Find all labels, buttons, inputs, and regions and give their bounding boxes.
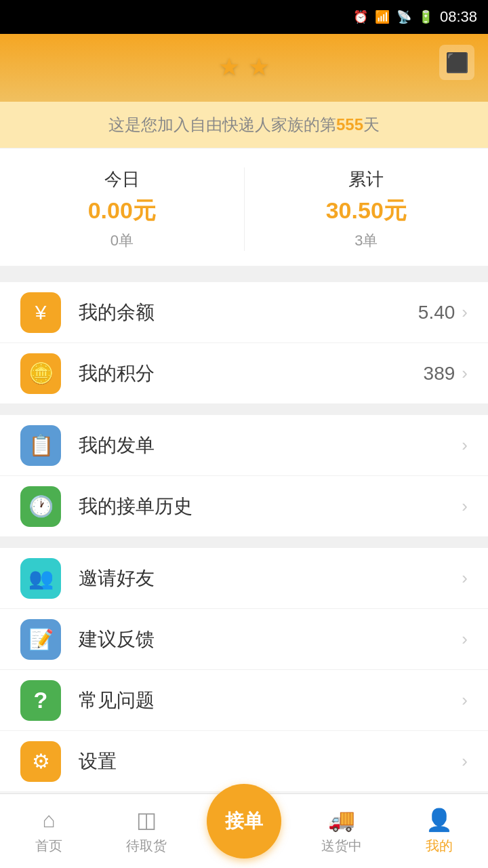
- signal-icon: 📡: [396, 9, 411, 24]
- menu-group-1: ¥ 我的余额 5.40 › 🪙 我的积分 389 ›: [0, 282, 488, 404]
- faq-icon: ?: [34, 687, 48, 713]
- today-label: 今日: [104, 167, 140, 191]
- deliver-icon: 🚚: [328, 807, 355, 833]
- nav-item-deliver[interactable]: 🚚 送货中: [293, 794, 390, 868]
- stat-total: 累计 30.50元 3单: [244, 167, 489, 251]
- banner-suffix: 天: [363, 115, 380, 134]
- orders-icon: 📋: [28, 433, 54, 457]
- points-chevron: ›: [462, 363, 468, 384]
- menu-item-points[interactable]: 🪙 我的积分 389 ›: [0, 343, 488, 404]
- wifi-icon: 📶: [375, 9, 390, 24]
- stat-today: 今日 0.00元 0单: [0, 167, 244, 251]
- bottom-nav: ⌂ 首页 ◫ 待取货 接单 🚚 送货中 👤 我的: [0, 793, 488, 868]
- history-chevron: ›: [462, 496, 468, 517]
- points-value: 389: [424, 363, 455, 384]
- menu-group-2: 📋 我的发单 › 🕐 我的接单历史 ›: [0, 415, 488, 537]
- balance-chevron: ›: [462, 302, 468, 323]
- menu-item-faq[interactable]: ? 常见问题 ›: [0, 670, 488, 731]
- star-1: ★: [218, 53, 240, 81]
- settings-icon: ⚙: [32, 749, 50, 773]
- header: ★ ★ ⬛: [0, 34, 488, 102]
- menu-item-feedback[interactable]: 📝 建议反馈 ›: [0, 609, 488, 670]
- orders-chevron: ›: [462, 435, 468, 456]
- points-label: 我的积分: [79, 361, 424, 387]
- star-2: ★: [248, 53, 270, 81]
- today-amount: 0.00元: [88, 195, 156, 226]
- battery-icon: 🔋: [418, 9, 433, 24]
- home-icon: ⌂: [42, 808, 55, 833]
- stats-row: 今日 0.00元 0单 累计 30.50元 3单: [0, 149, 488, 271]
- home-label: 首页: [35, 837, 62, 855]
- invite-icon: 👥: [28, 566, 54, 590]
- balance-icon: ¥: [35, 301, 47, 324]
- deliver-label: 送货中: [321, 837, 362, 855]
- accept-label: 接单: [225, 808, 263, 834]
- feedback-icon: 📝: [28, 627, 54, 651]
- menu-item-invite[interactable]: 👥 邀请好友 ›: [0, 548, 488, 609]
- mine-icon: 👤: [426, 807, 453, 833]
- divider-1: [0, 271, 488, 282]
- history-icon-wrap: 🕐: [20, 486, 61, 527]
- nav-item-pickup[interactable]: ◫ 待取货: [98, 794, 195, 868]
- total-count: 3单: [354, 231, 378, 251]
- feedback-chevron: ›: [462, 629, 468, 650]
- menu-item-orders[interactable]: 📋 我的发单 ›: [0, 415, 488, 476]
- qr-button[interactable]: ⬛: [439, 45, 474, 80]
- history-label: 我的接单历史: [79, 494, 462, 519]
- total-amount: 30.50元: [326, 195, 407, 226]
- menu-item-balance[interactable]: ¥ 我的余额 5.40 ›: [0, 282, 488, 343]
- invite-label: 邀请好友: [79, 566, 462, 591]
- pickup-icon: ◫: [136, 807, 157, 833]
- member-banner: 这是您加入自由快递人家族的第555天: [0, 102, 488, 149]
- faq-chevron: ›: [462, 690, 468, 711]
- divider-2: [0, 404, 488, 415]
- orders-label: 我的发单: [79, 433, 462, 458]
- mine-label: 我的: [426, 837, 453, 855]
- status-bar: ⏰ 📶 📡 🔋 08:38: [0, 0, 488, 34]
- menu-item-settings[interactable]: ⚙ 设置 ›: [0, 731, 488, 792]
- balance-label: 我的余额: [79, 300, 418, 326]
- alarm-icon: ⏰: [353, 9, 368, 24]
- feedback-icon-wrap: 📝: [20, 619, 61, 660]
- total-label: 累计: [348, 167, 384, 191]
- pickup-label: 待取货: [126, 837, 167, 855]
- qr-icon: ⬛: [445, 52, 469, 74]
- invite-icon-wrap: 👥: [20, 558, 61, 599]
- stars-row: ★ ★: [218, 53, 270, 81]
- points-icon: 🪙: [28, 361, 54, 385]
- nav-item-home[interactable]: ⌂ 首页: [0, 794, 98, 868]
- invite-chevron: ›: [462, 568, 468, 589]
- balance-icon-wrap: ¥: [20, 292, 61, 333]
- points-icon-wrap: 🪙: [20, 353, 61, 394]
- settings-label: 设置: [79, 749, 462, 774]
- nav-item-mine[interactable]: 👤 我的: [390, 794, 488, 868]
- faq-icon-wrap: ?: [20, 680, 61, 721]
- orders-icon-wrap: 📋: [20, 425, 61, 466]
- settings-chevron: ›: [462, 751, 468, 772]
- today-count: 0单: [110, 231, 134, 251]
- banner-prefix: 这是您加入自由快递人家族的第: [108, 115, 336, 134]
- menu-group-3: 👥 邀请好友 › 📝 建议反馈 › ? 常见问题 › ⚙ 设置 ›: [0, 548, 488, 792]
- menu-item-history[interactable]: 🕐 我的接单历史 ›: [0, 476, 488, 537]
- feedback-label: 建议反馈: [79, 627, 462, 652]
- balance-value: 5.40: [418, 302, 455, 323]
- banner-days: 555: [336, 115, 363, 134]
- faq-label: 常见问题: [79, 688, 462, 713]
- accept-button[interactable]: 接单: [207, 784, 281, 859]
- nav-item-accept[interactable]: 接单: [195, 804, 293, 859]
- settings-icon-wrap: ⚙: [20, 741, 61, 782]
- status-time: 08:38: [440, 8, 477, 26]
- divider-3: [0, 537, 488, 548]
- history-icon: 🕐: [28, 494, 54, 518]
